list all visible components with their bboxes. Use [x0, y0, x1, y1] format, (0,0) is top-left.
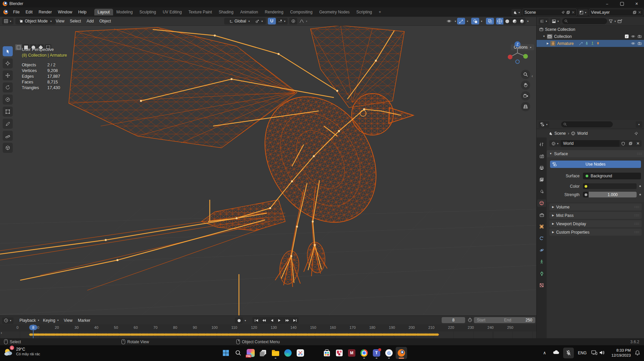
outliner-display-mode-dropdown[interactable]: ▾	[539, 18, 549, 24]
tab-world[interactable]	[537, 199, 546, 207]
breadcrumb-scene[interactable]: Scene	[554, 131, 566, 136]
tab-layout[interactable]: Layout	[94, 9, 113, 15]
blender-menu-icon[interactable]	[3, 10, 8, 14]
tab-output[interactable]	[537, 164, 546, 172]
network-tray-icon[interactable]	[591, 350, 597, 355]
breadcrumb-world[interactable]: World	[577, 131, 588, 136]
menu-add[interactable]: Add	[84, 18, 96, 24]
weather-widget[interactable]: 1 29°C Có mây rải rác	[3, 347, 40, 357]
file-explorer-button[interactable]	[270, 347, 281, 359]
timeline-expand-chevron[interactable]: ›	[1, 330, 2, 335]
notifications-bell-icon[interactable]	[635, 350, 640, 355]
color-socket[interactable]	[583, 183, 589, 189]
menu-object[interactable]: Object	[97, 18, 114, 24]
drag-handle-icon[interactable]: ∷∷	[637, 152, 642, 156]
chrome-button[interactable]	[358, 347, 370, 359]
shading-rendered-button[interactable]	[518, 18, 526, 24]
expand-arrow-icon[interactable]: ▼	[543, 35, 545, 38]
xray-toggle[interactable]	[486, 18, 494, 24]
visibility-dropdown[interactable]: ▾	[445, 18, 456, 24]
keyframe-band[interactable]: ◆◆◆◆◆◆◆◆◆◆◆◆◆◆◆◆◆◆◆◆◆◆◆◆◆◆◆◆◆◆◆◆◆◆◆◆◆◆◆◆…	[29, 332, 532, 337]
add-workspace-button[interactable]: +	[376, 9, 385, 15]
auto-keying-toggle[interactable]	[235, 317, 243, 323]
pan-view-icon[interactable]	[521, 80, 530, 90]
editor-type-button[interactable]: ▾	[2, 18, 13, 24]
world-browse-button[interactable]: ▾	[549, 140, 561, 147]
pivot-point-dropdown[interactable]: ▾	[252, 18, 266, 24]
snap-magnet-toggle[interactable]	[268, 18, 276, 24]
overlays-dropdown[interactable]: ▾	[481, 20, 482, 23]
outliner-search-input[interactable]	[562, 18, 607, 24]
scene-browse-button[interactable]: ▾	[511, 9, 522, 16]
fake-user-shield-button[interactable]	[620, 140, 627, 147]
collection-checkbox[interactable]: ✓	[625, 35, 629, 38]
menu-view[interactable]: View	[53, 18, 67, 24]
menu-select[interactable]: Select	[67, 18, 84, 24]
tab-scripting[interactable]: Scripting	[353, 9, 376, 15]
proportional-falloff-dropdown[interactable]: ▾	[298, 18, 309, 24]
show-overlays-toggle[interactable]	[471, 18, 479, 24]
ms-store-button[interactable]	[321, 347, 333, 359]
timeline-ruler-ticks[interactable]: 0102030405060708090100110120130140150160…	[0, 324, 536, 332]
remove-icon[interactable]: ✕	[638, 10, 641, 15]
disable-render-camera-icon[interactable]	[638, 35, 642, 38]
proportional-editing-toggle[interactable]	[289, 18, 297, 24]
language-indicator[interactable]: ENG	[578, 351, 587, 355]
drag-handle-icon[interactable]: ∷∷	[634, 205, 639, 209]
onedrive-cloud-icon[interactable]	[553, 350, 559, 354]
shading-solid-button[interactable]	[503, 18, 511, 24]
play-reverse-button[interactable]	[268, 317, 276, 323]
previous-keyframe-button[interactable]	[260, 317, 268, 323]
tab-sculpting[interactable]: Sculpting	[136, 9, 159, 15]
g-app-button[interactable]: G	[383, 347, 395, 359]
tab-geometry-nodes[interactable]: Geometry Nodes	[316, 9, 353, 15]
surface-shader-field[interactable]: Background	[583, 173, 641, 179]
strength-socket[interactable]	[583, 192, 589, 197]
outliner-row-armature[interactable]: ▶ Armature	[537, 40, 644, 47]
unlink-button[interactable]: ✕	[634, 140, 642, 147]
tool-cursor[interactable]	[3, 58, 13, 68]
tab-texture-paint[interactable]: Texture Paint	[185, 9, 215, 15]
properties-editor-dropdown[interactable]: ▾	[539, 121, 549, 128]
tool-add-cube[interactable]	[3, 143, 13, 153]
playhead-frame-badge[interactable]: 8	[29, 325, 37, 330]
tab-texture[interactable]	[537, 282, 546, 289]
sidebar-collapse-chevron[interactable]: ‹	[532, 74, 533, 78]
tool-select-box[interactable]	[3, 46, 13, 56]
tab-animation[interactable]: Animation	[237, 9, 261, 15]
m-app-button[interactable]: M	[346, 347, 357, 359]
menu-marker[interactable]: Marker	[75, 317, 93, 324]
mode-dropdown[interactable]: Object Mode▾	[15, 18, 56, 24]
outliner-row-scene-collection[interactable]: Scene Collection	[537, 26, 644, 33]
mic-muted-tray-button[interactable]	[563, 348, 574, 358]
red-tiles-app-button[interactable]	[334, 347, 345, 359]
minimize-button[interactable]: –	[600, 0, 614, 7]
tool-measure[interactable]	[3, 131, 13, 141]
tab-tool[interactable]	[537, 141, 546, 148]
blender-taskbar-button[interactable]	[396, 347, 407, 359]
stacked-windows-app-button[interactable]	[257, 347, 269, 359]
drag-handle-icon[interactable]: ∷∷	[634, 222, 639, 226]
select-tweak-button[interactable]	[15, 44, 22, 50]
copy-icon[interactable]	[633, 11, 636, 14]
outliner-row-collection[interactable]: ▼ Collection ✓	[537, 33, 644, 40]
tab-bone[interactable]	[537, 270, 546, 277]
tab-constraints[interactable]	[537, 235, 546, 242]
strength-slider[interactable]: 1.000	[589, 192, 637, 197]
toggle-perspective-icon[interactable]	[521, 102, 530, 111]
unlink-icon[interactable]: ✕	[572, 10, 575, 15]
play-button[interactable]	[276, 317, 283, 323]
shading-material-button[interactable]	[511, 18, 518, 24]
snipping-tool-button[interactable]	[295, 347, 306, 359]
properties-search-input[interactable]	[561, 121, 613, 127]
show-gizmo-toggle[interactable]	[457, 18, 465, 24]
tab-view-layer[interactable]	[537, 176, 546, 183]
tool-annotate[interactable]	[3, 119, 13, 129]
hide-eye-icon[interactable]	[631, 35, 635, 38]
premiere-app-button[interactable]: PRE	[245, 347, 256, 359]
menu-keying[interactable]: Keying▾	[41, 317, 61, 323]
autokey-dropdown[interactable]: ▾	[245, 319, 246, 322]
viewlayer-browse-button[interactable]: ▾	[578, 9, 588, 16]
shading-wireframe-button[interactable]	[496, 18, 503, 24]
pin-icon[interactable]	[561, 11, 565, 14]
